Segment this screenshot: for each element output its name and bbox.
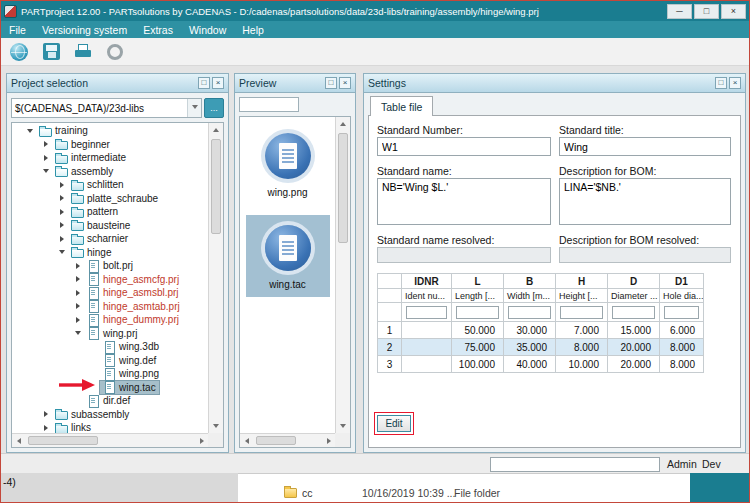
float-panel-icon[interactable]: □: [715, 77, 727, 89]
admin-label[interactable]: Admin: [667, 458, 697, 470]
maximize-button[interactable]: □: [694, 4, 719, 19]
menu-item[interactable]: File: [1, 21, 34, 38]
expander-icon[interactable]: [56, 209, 68, 215]
cell-d1[interactable]: 6.000: [660, 322, 704, 339]
expander-icon[interactable]: [40, 155, 52, 161]
tree-horizontal-scrollbar[interactable]: [12, 433, 209, 447]
tree-item[interactable]: training: [12, 124, 208, 138]
scroll-up-icon[interactable]: [209, 123, 223, 137]
tree-item[interactable]: bausteine: [12, 219, 208, 233]
scroll-left-icon[interactable]: [12, 434, 26, 448]
preview-item[interactable]: wing.tac: [246, 215, 330, 297]
cell-idnr[interactable]: [402, 339, 452, 356]
preview-filter-input[interactable]: [239, 97, 299, 112]
tree-item[interactable]: bolt.prj: [12, 259, 208, 273]
tree-item[interactable]: wing.3db: [12, 340, 208, 354]
tree-item[interactable]: wing.def: [12, 354, 208, 368]
expander-icon[interactable]: [56, 247, 68, 257]
tree-item[interactable]: intermediate: [12, 151, 208, 165]
column-header[interactable]: D: [608, 274, 660, 289]
column-header[interactable]: L: [452, 274, 504, 289]
cell-d1[interactable]: 8.000: [660, 339, 704, 356]
cell-idnr[interactable]: [402, 356, 452, 373]
tree-item[interactable]: beginner: [12, 138, 208, 152]
minimize-button[interactable]: ─: [667, 4, 692, 19]
scroll-up-icon[interactable]: [336, 117, 350, 131]
expander-icon[interactable]: [72, 276, 84, 282]
dev-label[interactable]: Dev: [702, 458, 721, 470]
column-header[interactable]: D1: [660, 274, 704, 289]
tab-table-file[interactable]: Table file: [370, 96, 433, 116]
browse-button[interactable]: ...: [204, 98, 224, 118]
standard-name-input[interactable]: NB='Wing $L.': [377, 178, 551, 225]
scroll-right-icon[interactable]: [322, 434, 336, 448]
float-panel-icon[interactable]: □: [198, 77, 210, 89]
table-row[interactable]: 3 100.000 40.000 10.000 20.000 8.000: [378, 356, 704, 373]
cell-l[interactable]: 100.000: [452, 356, 504, 373]
preview-horizontal-scrollbar[interactable]: [240, 433, 336, 447]
table-filter-input[interactable]: [560, 306, 603, 319]
close-panel-icon[interactable]: ×: [212, 77, 224, 89]
cell-d1[interactable]: 8.000: [660, 356, 704, 373]
expander-icon[interactable]: [72, 290, 84, 296]
expander-icon[interactable]: [24, 126, 36, 136]
standard-title-input[interactable]: [559, 137, 731, 156]
status-input[interactable]: [490, 457, 660, 472]
preview-vertical-scrollbar[interactable]: [335, 117, 350, 433]
tree-item[interactable]: platte_schraube: [12, 192, 208, 206]
close-button[interactable]: ×: [721, 4, 746, 19]
tree-item[interactable]: hinge_asmtab.prj: [12, 300, 208, 314]
table-row[interactable]: 2 75.000 35.000 8.000 20.000 8.000: [378, 339, 704, 356]
tree-item[interactable]: subassembly: [12, 408, 208, 422]
tree-item[interactable]: wing.prj: [12, 327, 208, 341]
cell-idnr[interactable]: [402, 322, 452, 339]
cell-b[interactable]: 35.000: [504, 339, 556, 356]
scroll-down-icon[interactable]: [336, 419, 350, 433]
cell-d[interactable]: 15.000: [608, 322, 660, 339]
cell-b[interactable]: 40.000: [504, 356, 556, 373]
expander-icon[interactable]: [40, 425, 52, 431]
menu-item[interactable]: Window: [181, 21, 234, 38]
table-filter-input[interactable]: [612, 306, 655, 319]
column-header[interactable]: IDNR: [402, 274, 452, 289]
expander-icon[interactable]: [56, 182, 68, 188]
expander-icon[interactable]: [72, 328, 84, 338]
cell-l[interactable]: 75.000: [452, 339, 504, 356]
scrollbar-thumb[interactable]: [211, 139, 221, 234]
tree-vertical-scrollbar[interactable]: [208, 123, 223, 433]
tree-item[interactable]: hinge_asmcfg.prj: [12, 273, 208, 287]
expander-icon[interactable]: [72, 263, 84, 269]
expander-icon[interactable]: [40, 141, 52, 147]
cell-h[interactable]: 7.000: [556, 322, 608, 339]
cell-b[interactable]: 30.000: [504, 322, 556, 339]
tree-item[interactable]: schlitten: [12, 178, 208, 192]
toolbar-button[interactable]: [71, 40, 95, 64]
expander-icon[interactable]: [56, 236, 68, 242]
column-header[interactable]: B: [504, 274, 556, 289]
scroll-left-icon[interactable]: [240, 434, 254, 448]
expander-icon[interactable]: [56, 195, 68, 201]
tree-item[interactable]: dir.def: [12, 394, 208, 408]
tree-item[interactable]: wing.png: [12, 367, 208, 381]
table-filter-input[interactable]: [664, 306, 699, 319]
cell-d[interactable]: 20.000: [608, 356, 660, 373]
scrollbar-thumb[interactable]: [28, 436, 98, 445]
standard-number-input[interactable]: [377, 137, 551, 156]
expander-icon[interactable]: [56, 222, 68, 228]
scroll-down-icon[interactable]: [209, 419, 223, 433]
toolbar-button[interactable]: [103, 40, 127, 64]
bom-input[interactable]: LINA='$NB.': [559, 178, 731, 225]
tree-item[interactable]: wing.tac: [12, 381, 208, 395]
expander-icon[interactable]: [72, 303, 84, 309]
combobox-dropdown-icon[interactable]: [187, 99, 201, 117]
cell-d[interactable]: 20.000: [608, 339, 660, 356]
toolbar-button[interactable]: [7, 40, 31, 64]
table-filter-input[interactable]: [456, 306, 499, 319]
preview-item[interactable]: wing.png: [246, 123, 330, 205]
menu-item[interactable]: Versioning system: [34, 21, 135, 38]
cell-h[interactable]: 10.000: [556, 356, 608, 373]
scrollbar-thumb[interactable]: [256, 436, 296, 445]
close-panel-icon[interactable]: ×: [339, 77, 351, 89]
tree-item[interactable]: hinge_dummy.prj: [12, 313, 208, 327]
expander-icon[interactable]: [72, 317, 84, 323]
